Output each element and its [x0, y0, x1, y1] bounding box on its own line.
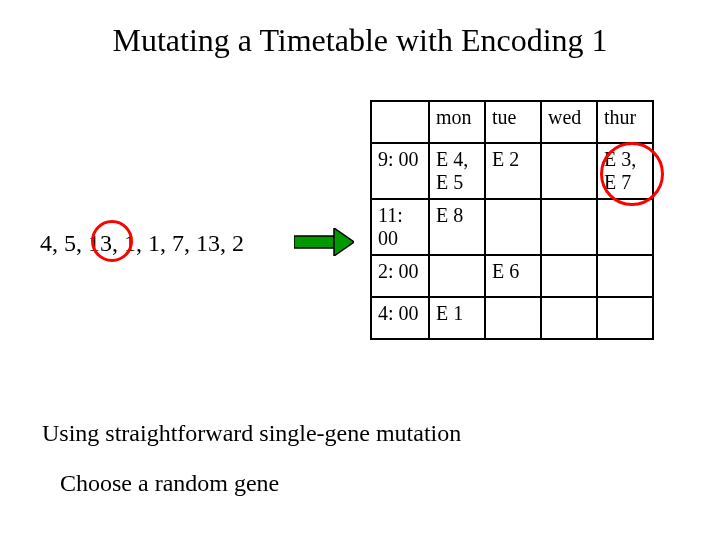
body-text-1: Using straightforward single-gene mutati…: [42, 420, 461, 447]
cell: E 3, E 7: [597, 143, 653, 199]
gene-5: 7,: [172, 230, 190, 256]
cell: [597, 199, 653, 255]
arrow-right-icon: [294, 228, 354, 256]
cell: E 2: [485, 143, 541, 199]
cell: [485, 297, 541, 339]
cell: [597, 255, 653, 297]
slide: Mutating a Timetable with Encoding 1 4, …: [0, 0, 720, 540]
table-header-row: mon tue wed thur: [371, 101, 653, 143]
svg-rect-0: [294, 236, 334, 248]
body-text-2: Choose a random gene: [60, 470, 279, 497]
cell: [597, 297, 653, 339]
table-row: 11: 00 E 8: [371, 199, 653, 255]
gene-2: 13,: [88, 230, 118, 256]
cell: E 8: [429, 199, 485, 255]
cell: [485, 199, 541, 255]
cell: [429, 255, 485, 297]
cell: E 1: [429, 297, 485, 339]
svg-marker-1: [334, 228, 354, 256]
gene-6: 13,: [196, 230, 226, 256]
cell: [541, 255, 597, 297]
cell: E 6: [485, 255, 541, 297]
table-row: 2: 00 E 6: [371, 255, 653, 297]
gene-1: 5,: [64, 230, 82, 256]
header-mon: mon: [429, 101, 485, 143]
gene-0: 4,: [40, 230, 58, 256]
cell: [541, 297, 597, 339]
gene-3: 1,: [124, 230, 142, 256]
table-row: 9: 00 E 4, E 5 E 2 E 3, E 7: [371, 143, 653, 199]
gene-7: 2: [232, 230, 244, 256]
timetable: mon tue wed thur 9: 00 E 4, E 5 E 2 E 3,…: [370, 100, 654, 340]
page-title: Mutating a Timetable with Encoding 1: [0, 22, 720, 59]
cell: [541, 199, 597, 255]
header-thur: thur: [597, 101, 653, 143]
header-blank: [371, 101, 429, 143]
gene-4: 1,: [148, 230, 166, 256]
gene-sequence: 4, 5, 13, 1, 1, 7, 13, 2: [40, 230, 244, 257]
table-row: 4: 00 E 1: [371, 297, 653, 339]
time-label: 11: 00: [371, 199, 429, 255]
cell: E 4, E 5: [429, 143, 485, 199]
header-wed: wed: [541, 101, 597, 143]
time-label: 2: 00: [371, 255, 429, 297]
time-label: 9: 00: [371, 143, 429, 199]
cell: [541, 143, 597, 199]
time-label: 4: 00: [371, 297, 429, 339]
header-tue: tue: [485, 101, 541, 143]
